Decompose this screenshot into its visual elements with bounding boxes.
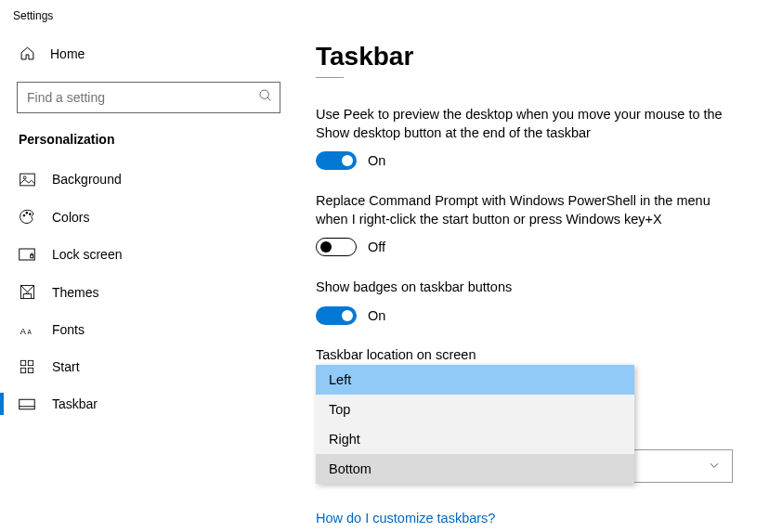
title-underline	[316, 77, 344, 78]
sidebar-item-themes[interactable]: Themes	[0, 273, 297, 311]
svg-text:A: A	[27, 328, 32, 334]
chevron-down-icon	[708, 459, 721, 474]
themes-icon	[19, 284, 35, 300]
lockscreen-icon	[19, 248, 35, 261]
window-title: Settings	[0, 0, 297, 32]
picture-icon	[19, 173, 35, 187]
sidebar-item-start[interactable]: Start	[0, 348, 297, 385]
toggle-powershell-label: Off	[368, 240, 385, 254]
setting-desc-powershell: Replace Command Prompt with Windows Powe…	[316, 192, 734, 228]
sidebar-item-label: Fonts	[52, 322, 85, 337]
fonts-icon: AA	[19, 323, 35, 337]
nav-home[interactable]: Home	[0, 32, 297, 82]
nav-home-label: Home	[50, 46, 85, 61]
svg-rect-2	[20, 174, 34, 186]
dropdown-option-left[interactable]: Left	[316, 365, 634, 395]
sidebar-item-lockscreen[interactable]: Lock screen	[0, 236, 297, 273]
toggle-peek-label: On	[368, 153, 385, 168]
svg-text:A: A	[20, 326, 26, 335]
sidebar-item-label: Taskbar	[52, 396, 98, 411]
svg-line-1	[267, 97, 270, 100]
setting-desc-badges: Show badges on taskbar buttons	[316, 279, 734, 297]
sidebar-item-label: Themes	[52, 285, 99, 300]
search-field-wrap	[17, 82, 280, 113]
location-label: Taskbar location on screen	[316, 347, 745, 362]
svg-rect-13	[28, 360, 33, 365]
toggle-badges-label: On	[368, 308, 385, 323]
svg-point-0	[260, 90, 268, 98]
svg-point-4	[23, 214, 25, 216]
sidebar-item-label: Colors	[52, 210, 89, 225]
sidebar-item-label: Start	[52, 359, 80, 374]
section-title: Personalization	[0, 132, 297, 161]
help-link[interactable]: How do I customize taskbars?	[316, 511, 495, 526]
sidebar-item-fonts[interactable]: AA Fonts	[0, 311, 297, 348]
dropdown-option-bottom[interactable]: Bottom	[316, 454, 634, 484]
page-title: Taskbar	[316, 42, 745, 71]
svg-rect-12	[20, 360, 25, 365]
sidebar-item-taskbar[interactable]: Taskbar	[0, 385, 297, 422]
setting-desc-peek: Use Peek to preview the desktop when you…	[316, 106, 734, 142]
dropdown-option-right[interactable]: Right	[316, 424, 634, 454]
sidebar-item-colors[interactable]: Colors	[0, 198, 297, 236]
palette-icon	[19, 209, 35, 225]
sidebar-item-label: Background	[52, 172, 122, 187]
svg-point-5	[25, 212, 27, 214]
svg-rect-16	[20, 399, 35, 409]
start-icon	[19, 359, 35, 374]
svg-rect-15	[28, 368, 33, 372]
location-dropdown: Left Top Right Bottom	[316, 365, 634, 484]
main-content: Taskbar Use Peek to preview the desktop …	[297, 0, 782, 532]
toggle-peek[interactable]	[316, 151, 357, 170]
sidebar-item-label: Lock screen	[52, 247, 122, 262]
search-icon	[258, 88, 273, 106]
toggle-powershell[interactable]	[316, 238, 357, 256]
sidebar: Settings Home Personalization Background	[0, 0, 297, 532]
taskbar-icon	[19, 398, 35, 410]
svg-rect-8	[31, 255, 33, 258]
svg-point-3	[23, 175, 26, 178]
svg-rect-14	[20, 368, 25, 372]
home-icon	[19, 45, 35, 61]
toggle-badges[interactable]	[316, 306, 357, 325]
svg-point-6	[29, 214, 31, 215]
sidebar-item-background[interactable]: Background	[0, 161, 297, 198]
dropdown-option-top[interactable]: Top	[316, 395, 634, 424]
search-input[interactable]	[17, 82, 280, 113]
